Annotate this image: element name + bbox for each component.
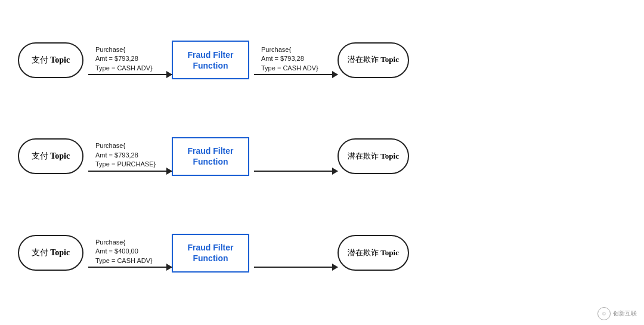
arrow-from-filter-1 — [254, 74, 338, 75]
filter-box-2: Fraud FilterFunction — [172, 137, 249, 176]
filter-label-3: Fraud FilterFunction — [187, 242, 233, 264]
row-2: 支付 Topic Purchase{Amt = $793,28Type = PU… — [18, 114, 626, 198]
input-label-3: Purchase{Amt = $400,00Type = CASH ADV} — [95, 238, 153, 265]
source-node-3: 支付 Topic — [18, 235, 83, 271]
output-label-1: Purchase{Amt = $793,28Type = CASH ADV} — [261, 45, 318, 73]
arrow-to-filter-1 — [88, 74, 172, 75]
arrow-to-filter-3 — [88, 267, 172, 268]
diagram-container: 支付 Topic Purchase{Amt = $793,28Type = CA… — [0, 0, 644, 325]
dest-node-2: 潜在欺诈 Topic — [338, 138, 409, 174]
watermark: © 创新互联 — [597, 307, 637, 320]
filter-box-3: Fraud FilterFunction — [172, 234, 249, 273]
row-3: 支付 Topic Purchase{Amt = $400,00Type = CA… — [18, 211, 626, 295]
input-label-2: Purchase{Amt = $793,28Type = PURCHASE} — [95, 141, 156, 169]
source-node-2: 支付 Topic — [18, 138, 83, 174]
watermark-icon: © — [597, 307, 611, 320]
dest-node-3: 潜在欺诈 Topic — [338, 235, 409, 271]
arrow-to-filter-2 — [88, 171, 172, 172]
filter-label-2: Fraud FilterFunction — [187, 146, 233, 167]
dest-node-1: 潜在欺诈 Topic — [338, 42, 409, 78]
filter-label-1: Fraud FilterFunction — [187, 49, 233, 71]
input-label-1: Purchase{Amt = $793,28Type = CASH ADV} — [95, 45, 153, 73]
filter-box-1: Fraud FilterFunction — [172, 41, 249, 79]
arrow-from-filter-3 — [254, 267, 338, 268]
row-1: 支付 Topic Purchase{Amt = $793,28Type = CA… — [18, 18, 626, 102]
arrow-from-filter-2 — [254, 171, 338, 172]
watermark-text: 创新互联 — [613, 309, 637, 318]
source-node-1: 支付 Topic — [18, 42, 83, 78]
